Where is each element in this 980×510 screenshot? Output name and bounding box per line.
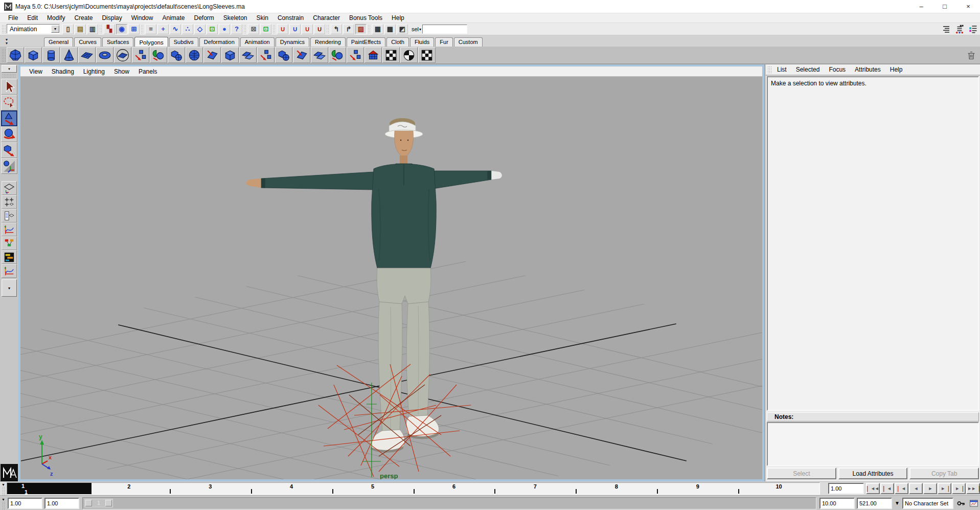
menu-item[interactable]: Modify — [42, 14, 70, 23]
menu-item[interactable]: Skin — [252, 14, 273, 23]
playback-start-field[interactable]: 1.00 — [44, 498, 79, 509]
extrude-edge[interactable] — [239, 47, 257, 63]
menu-item[interactable]: Animate — [157, 14, 189, 23]
shelf-tab[interactable]: Animation — [240, 37, 275, 47]
shelf-tab[interactable]: Fur — [435, 37, 453, 47]
step-forward-one-frame[interactable]: ► — [952, 483, 966, 494]
range-start-handle[interactable] — [85, 500, 92, 506]
layout-single-perspective[interactable] — [2, 181, 17, 195]
shelf-tab[interactable]: Cloth — [386, 37, 409, 47]
menu-item[interactable]: Edit — [22, 14, 42, 23]
quick-help[interactable]: ? — [231, 24, 242, 34]
display-render-globals[interactable]: ◩ — [397, 24, 408, 34]
menu-item[interactable]: Character — [308, 14, 345, 23]
menu-item[interactable]: Bonus Tools — [345, 14, 387, 23]
spherical-mapping[interactable] — [400, 47, 418, 63]
viewport-menu-item[interactable]: Panels — [134, 68, 162, 76]
step-forward-one-key[interactable]: ► — [938, 483, 951, 494]
trash-icon[interactable] — [964, 48, 978, 62]
timeline-frame-cell[interactable]: 7 — [494, 483, 576, 494]
character-set-menu-icon[interactable]: ▼ — [893, 498, 901, 508]
statusline-grip[interactable] — [1, 24, 6, 34]
shelf-tab[interactable]: Fluids — [410, 37, 434, 47]
menu-set-selector[interactable]: Animation ▾ — [7, 24, 60, 34]
render-current-frame[interactable]: ▦ — [372, 24, 383, 34]
playback-end-field[interactable]: 10.00 — [819, 498, 855, 509]
automatic-mapping[interactable] — [382, 47, 400, 63]
menu-item[interactable]: Create — [70, 14, 97, 23]
character-set-field[interactable]: No Character Set — [902, 498, 953, 509]
attribute-editor-menu-item[interactable]: Selected — [791, 65, 825, 74]
ipr-render-current-frame[interactable]: ▩ — [384, 24, 396, 34]
smooth[interactable] — [186, 47, 203, 63]
timeline-frame-cell[interactable]: 8 — [576, 483, 657, 494]
menu-item[interactable]: Display — [97, 14, 126, 23]
snap-to-grids[interactable]: + — [157, 24, 169, 34]
close-button[interactable]: × — [956, 0, 980, 13]
shelf-tab[interactable]: PaintEffects — [347, 37, 386, 47]
shelf-tab[interactable]: Polygons — [134, 37, 168, 47]
duplicate-face[interactable] — [347, 47, 364, 63]
shelf-tab[interactable]: Deformation — [199, 37, 239, 47]
snap-to-points[interactable]: ∴ — [182, 24, 193, 34]
shelf-tab-menus[interactable]: ▼ ▼ — [0, 38, 13, 47]
menu-item[interactable]: Deform — [189, 14, 218, 23]
attribute-editor-grip[interactable] — [767, 65, 771, 74]
split-polygon-tool[interactable] — [203, 47, 221, 63]
timeline-frame-cell[interactable]: 9 — [657, 483, 738, 494]
lock-selection[interactable]: ⊠ — [248, 24, 259, 34]
layout-uv[interactable] — [418, 47, 436, 63]
menu-item[interactable]: Constrain — [273, 14, 308, 23]
animation-start-field[interactable]: 1.00 — [8, 498, 42, 509]
copy-tab-button[interactable]: Copy Tab — [909, 468, 979, 479]
combine[interactable] — [150, 47, 167, 63]
planar-mapping[interactable] — [364, 47, 382, 63]
viewport-canvas[interactable]: y x z persp — [20, 77, 762, 479]
snap-align-curve[interactable]: ∪ — [289, 24, 301, 34]
scale-tool[interactable] — [1, 142, 17, 158]
layout-four-view[interactable] — [2, 195, 17, 209]
attribute-editor-menu-item[interactable]: List — [772, 65, 791, 74]
cut-faces-tool[interactable] — [293, 47, 310, 63]
minimize-button[interactable]: – — [909, 0, 933, 13]
layout-persp-graph-2[interactable] — [2, 264, 17, 278]
poly-sphere[interactable] — [7, 47, 24, 63]
current-time-marker[interactable]: 1 1 — [7, 483, 92, 494]
step-back-one-key[interactable]: ◄ — [895, 483, 908, 494]
chevron-down-icon[interactable]: ▾ — [419, 27, 421, 32]
new-scene[interactable]: ▯ — [62, 24, 74, 34]
last-tool-used[interactable] — [1, 158, 17, 174]
shelf-tab[interactable]: General — [44, 37, 73, 47]
shelf-grip[interactable] — [1, 48, 6, 62]
range-slider[interactable]: 1 — [82, 497, 816, 509]
snap-align-point[interactable]: ∪ — [302, 24, 313, 34]
rotate-tool[interactable] — [1, 126, 17, 142]
layout-persp-trax[interactable] — [2, 250, 17, 264]
auto-keyframe-icon[interactable] — [954, 498, 967, 509]
poly-plane[interactable] — [78, 47, 96, 63]
viewport-menu-item[interactable]: View — [25, 68, 47, 76]
menu-item[interactable]: Help — [387, 14, 409, 23]
step-back-one-frame[interactable]: ◄ — [880, 483, 894, 494]
load-attributes-button[interactable]: Load Attributes — [838, 468, 908, 479]
layout-hypergraph[interactable] — [2, 236, 17, 250]
shelf-tab[interactable]: Custom — [454, 37, 483, 47]
layout-persp-outliner[interactable] — [2, 209, 17, 223]
shelf-tab[interactable]: Surfaces — [102, 37, 133, 47]
timeline-frame-cell[interactable]: 2 — [88, 483, 170, 494]
attribute-editor-menu-item[interactable]: Help — [885, 65, 907, 74]
highlight-selection[interactable]: ⊡ — [260, 24, 271, 34]
range-end-handle[interactable] — [105, 500, 112, 506]
shelf-tab[interactable]: Rendering — [310, 37, 346, 47]
timeline-frame-cell[interactable]: 6 — [414, 483, 495, 494]
separator[interactable] — [272, 25, 276, 34]
playback-range-widget[interactable]: 1 — [84, 499, 113, 507]
toolbox-menu-button[interactable]: ▾ — [2, 65, 17, 73]
go-to-playback-start[interactable]: ◄◄ — [866, 483, 880, 494]
time-slider-grip[interactable]: ▼ — [0, 482, 7, 495]
wedge-faces[interactable] — [329, 47, 346, 63]
select-button[interactable]: Select — [767, 468, 836, 479]
viewport-menu-item[interactable]: Shading — [47, 68, 79, 76]
viewport-menu-item[interactable]: Lighting — [79, 68, 109, 76]
poly-cube[interactable] — [25, 47, 42, 63]
